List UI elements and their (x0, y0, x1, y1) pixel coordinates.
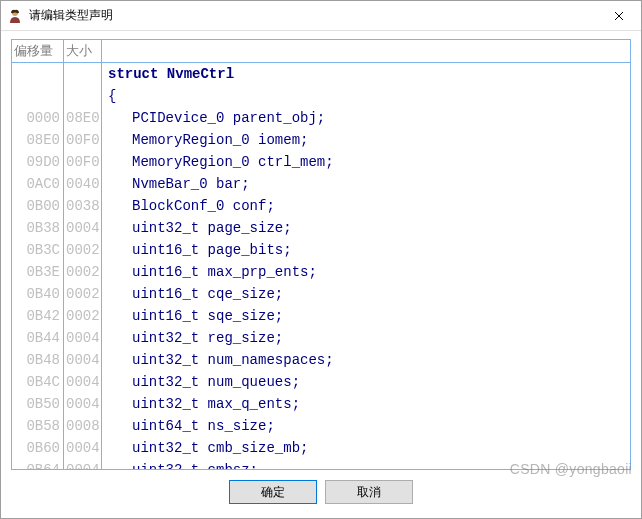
size-cell: 00F0 (64, 129, 102, 151)
decl-cell[interactable]: uint32_t reg_size; (102, 327, 630, 349)
offset-cell: 0B60 (12, 437, 64, 459)
member-row[interactable]: 0B400002uint16_t cqe_size; (12, 283, 630, 305)
offset-cell: 0B3C (12, 239, 64, 261)
size-cell: 0004 (64, 393, 102, 415)
member-row[interactable]: 0B500004uint32_t max_q_ents; (12, 393, 630, 415)
offset-cell: 0B42 (12, 305, 64, 327)
offset-cell: 0B00 (12, 195, 64, 217)
offset-cell: 0B38 (12, 217, 64, 239)
decl-cell[interactable]: struct NvmeCtrl (102, 63, 630, 85)
decl-cell[interactable]: uint16_t cqe_size; (102, 283, 630, 305)
dialog-window: 请编辑类型声明 偏移量 大小 struct NvmeCtrl{000008E0P… (0, 0, 642, 519)
decl-cell[interactable]: MemoryRegion_0 iomem; (102, 129, 630, 151)
offset-cell: 0B3E (12, 261, 64, 283)
decl-cell[interactable]: uint32_t page_size; (102, 217, 630, 239)
size-cell: 0004 (64, 437, 102, 459)
member-row[interactable]: 0B3E0002uint16_t max_prp_ents; (12, 261, 630, 283)
offset-cell: 09D0 (12, 151, 64, 173)
size-cell: 0004 (64, 217, 102, 239)
member-row[interactable]: 0B000038BlockConf_0 conf; (12, 195, 630, 217)
size-cell: 0002 (64, 305, 102, 327)
decl-cell[interactable]: uint32_t cmbsz; (102, 459, 630, 469)
offset-cell: 0B50 (12, 393, 64, 415)
size-cell: 0002 (64, 239, 102, 261)
size-cell: 0004 (64, 459, 102, 469)
member-row[interactable]: 0B420002uint16_t sqe_size; (12, 305, 630, 327)
decl-cell[interactable]: uint16_t sqe_size; (102, 305, 630, 327)
decl-cell[interactable]: NvmeBar_0 bar; (102, 173, 630, 195)
offset-cell: 0AC0 (12, 173, 64, 195)
button-row: 确定 取消 (11, 470, 631, 510)
column-headers: 偏移量 大小 (12, 40, 630, 63)
decl-cell[interactable]: uint16_t max_prp_ents; (102, 261, 630, 283)
decl-cell[interactable]: BlockConf_0 conf; (102, 195, 630, 217)
size-cell: 0038 (64, 195, 102, 217)
member-row[interactable]: 0B380004uint32_t page_size; (12, 217, 630, 239)
ok-button[interactable]: 确定 (229, 480, 317, 504)
member-row[interactable]: 08E000F0MemoryRegion_0 iomem; (12, 129, 630, 151)
size-cell: 0008 (64, 415, 102, 437)
decl-cell[interactable]: uint64_t ns_size; (102, 415, 630, 437)
decl-cell[interactable]: uint32_t cmb_size_mb; (102, 437, 630, 459)
offset-cell: 0B40 (12, 283, 64, 305)
size-cell: 00F0 (64, 151, 102, 173)
member-row[interactable]: 09D000F0MemoryRegion_0 ctrl_mem; (12, 151, 630, 173)
open-brace-row[interactable]: { (12, 85, 630, 107)
member-row[interactable]: 000008E0PCIDevice_0 parent_obj; (12, 107, 630, 129)
member-row[interactable]: 0B600004uint32_t cmb_size_mb; (12, 437, 630, 459)
offset-cell (12, 85, 64, 107)
struct-editor: 偏移量 大小 struct NvmeCtrl{000008E0PCIDevice… (11, 39, 631, 470)
decl-cell[interactable]: uint32_t max_q_ents; (102, 393, 630, 415)
cancel-button[interactable]: 取消 (325, 480, 413, 504)
member-row[interactable]: 0B440004uint32_t reg_size; (12, 327, 630, 349)
member-row[interactable]: 0B480004uint32_t num_namespaces; (12, 349, 630, 371)
dialog-content: 偏移量 大小 struct NvmeCtrl{000008E0PCIDevice… (1, 31, 641, 518)
offset-cell: 0B44 (12, 327, 64, 349)
member-row[interactable]: 0B3C0002uint16_t page_bits; (12, 239, 630, 261)
decl-cell[interactable]: uint16_t page_bits; (102, 239, 630, 261)
col-header-offset[interactable]: 偏移量 (12, 40, 64, 63)
decl-cell[interactable]: MemoryRegion_0 ctrl_mem; (102, 151, 630, 173)
size-cell: 0004 (64, 371, 102, 393)
struct-header-row[interactable]: struct NvmeCtrl (12, 63, 630, 85)
member-row[interactable]: 0B4C0004uint32_t num_queues; (12, 371, 630, 393)
close-button[interactable] (596, 1, 641, 31)
size-cell: 0004 (64, 327, 102, 349)
decl-cell[interactable]: uint32_t num_namespaces; (102, 349, 630, 371)
titlebar[interactable]: 请编辑类型声明 (1, 1, 641, 31)
offset-cell: 0000 (12, 107, 64, 129)
decl-cell[interactable]: { (102, 85, 630, 107)
decl-cell[interactable]: PCIDevice_0 parent_obj; (102, 107, 630, 129)
size-cell: 0002 (64, 283, 102, 305)
struct-body-scroll[interactable]: struct NvmeCtrl{000008E0PCIDevice_0 pare… (12, 63, 630, 469)
app-icon (7, 8, 23, 24)
size-cell (64, 85, 102, 107)
offset-cell: 0B4C (12, 371, 64, 393)
size-cell: 0004 (64, 349, 102, 371)
member-row[interactable]: 0AC00040NvmeBar_0 bar; (12, 173, 630, 195)
size-cell (64, 63, 102, 85)
col-header-size[interactable]: 大小 (64, 40, 102, 63)
offset-cell: 0B48 (12, 349, 64, 371)
col-header-decl[interactable] (102, 40, 630, 63)
decl-cell[interactable]: uint32_t num_queues; (102, 371, 630, 393)
offset-cell: 0B64 (12, 459, 64, 469)
window-title: 请编辑类型声明 (29, 7, 596, 24)
size-cell: 0002 (64, 261, 102, 283)
member-row[interactable]: 0B580008uint64_t ns_size; (12, 415, 630, 437)
size-cell: 0040 (64, 173, 102, 195)
size-cell: 08E0 (64, 107, 102, 129)
member-row[interactable]: 0B640004uint32_t cmbsz; (12, 459, 630, 469)
offset-cell (12, 63, 64, 85)
offset-cell: 08E0 (12, 129, 64, 151)
offset-cell: 0B58 (12, 415, 64, 437)
